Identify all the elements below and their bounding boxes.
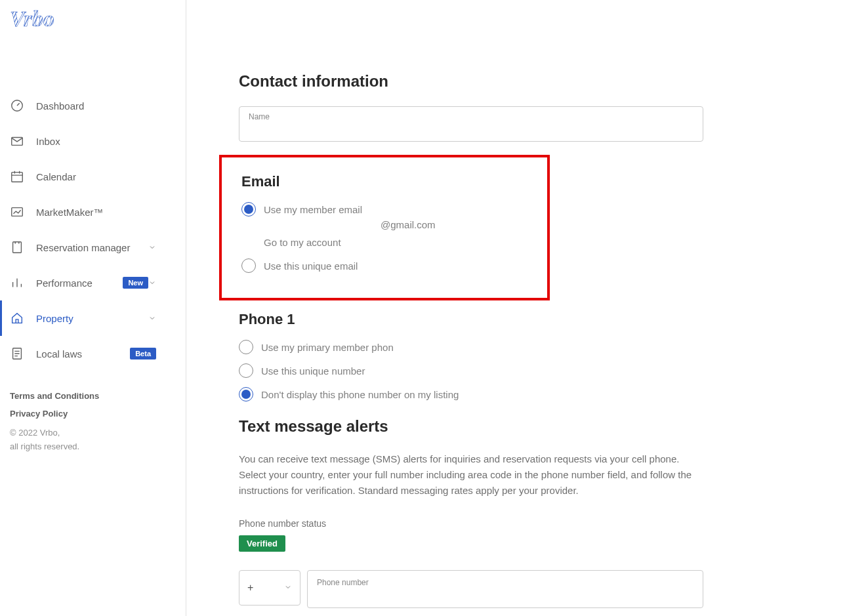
radio-icon [239,363,253,378]
name-input[interactable] [249,121,693,135]
sidebar-item-reservation-manager[interactable]: Reservation manager [0,230,186,265]
phone-input-row: + Phone number [239,570,816,608]
name-label: Name [249,112,693,121]
phone-dont-display-radio[interactable]: Don't display this phone number on my li… [239,387,816,401]
email-heading: Email [241,173,527,190]
radio-label: Use my primary member phon [261,342,394,353]
text-alerts-description: You can receive text message (SMS) alert… [239,451,705,499]
sidebar-item-inbox[interactable]: Inbox [0,123,186,159]
calendar-icon [10,169,24,184]
phone-status-label: Phone number status [239,518,816,529]
reservation-icon [10,240,24,255]
chevron-down-icon [284,582,292,594]
sidebar-item-label: Calendar [36,171,176,182]
sidebar-item-label: MarketMaker™ [36,207,176,218]
sidebar-item-local-laws[interactable]: Local laws Beta [0,336,186,371]
sidebar-item-label: Reservation manager [36,242,148,253]
copyright: © 2022 Vrbo, all rights reserved. [10,426,176,454]
svg-rect-4 [12,173,23,182]
sidebar-item-dashboard[interactable]: Dashboard [0,88,186,123]
logo[interactable]: Vrbo [0,3,186,49]
radio-icon [239,340,253,354]
dashboard-icon [10,98,24,113]
sidebar-item-marketmaker[interactable]: MarketMaker™ [0,194,186,230]
nav-items: Dashboard Inbox Calendar MarketMaker™ [0,88,186,371]
radio-label: Use this unique number [261,365,365,377]
radio-label: Use my member email [264,204,362,215]
phone-number-input-container[interactable]: Phone number [307,570,703,608]
text-alerts-heading: Text message alerts [239,417,816,436]
phone-heading: Phone 1 [239,311,816,328]
phone-number-label: Phone number [317,578,369,587]
sidebar: Vrbo Dashboard Inbox [0,0,186,616]
verified-badge: Verified [239,535,285,552]
inbox-icon [10,134,24,148]
beta-badge: Beta [130,348,156,359]
country-prefix: + [247,582,253,594]
email-highlight-box: Email Use my member email @gmail.com Go … [219,155,550,300]
radio-icon [239,387,253,401]
performance-icon [10,276,24,290]
radio-icon [241,258,256,273]
sidebar-item-label: Local laws [36,348,130,359]
new-badge: New [123,277,148,289]
sidebar-item-calendar[interactable]: Calendar [0,159,186,194]
country-code-select[interactable]: + [239,570,300,606]
chart-icon [10,205,24,219]
email-member-radio[interactable]: Use my member email [241,202,527,216]
phone-primary-radio[interactable]: Use my primary member phon [239,340,816,354]
footer-links: Terms and Conditions Privacy Policy © 20… [0,391,186,454]
phone-radio-group: Use my primary member phon Use this uniq… [239,340,816,401]
chevron-down-icon [148,243,156,251]
sidebar-item-label: Performance [36,277,117,289]
chevron-down-icon [148,314,156,322]
terms-link[interactable]: Terms and Conditions [10,391,176,401]
email-value: @gmail.com [381,219,527,230]
radio-label: Use this unique email [264,260,358,272]
sidebar-item-performance[interactable]: Performance New [0,265,186,300]
email-unique-radio[interactable]: Use this unique email [241,258,527,273]
sidebar-item-label: Property [36,313,148,324]
main-content: Contact information Name Email Use my me… [186,0,868,616]
sidebar-item-property[interactable]: Property [0,300,186,336]
sidebar-item-label: Dashboard [36,100,176,112]
privacy-link[interactable]: Privacy Policy [10,409,176,419]
document-icon [10,346,24,361]
svg-rect-6 [13,242,22,253]
email-radio-group: Use my member email @gmail.com Go to my … [241,202,527,273]
radio-icon [241,202,256,216]
contact-information-heading: Contact information [239,72,816,91]
name-input-container[interactable]: Name [239,106,703,142]
phone-unique-radio[interactable]: Use this unique number [239,363,816,378]
property-icon [10,311,24,325]
radio-label: Don't display this phone number on my li… [261,389,459,400]
phone-section: Phone 1 Use my primary member phon Use t… [239,311,816,401]
go-to-account-link[interactable]: Go to my account [264,237,527,248]
svg-text:Vrbo: Vrbo [10,7,54,31]
sidebar-item-label: Inbox [36,136,176,147]
chevron-down-icon [148,279,156,287]
phone-number-input[interactable] [317,588,693,602]
